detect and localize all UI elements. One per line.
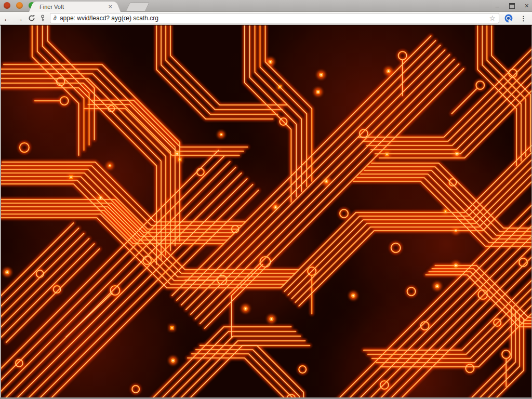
- page-security-button[interactable]: [40, 15, 45, 22]
- extension-icon: [504, 14, 513, 23]
- new-tab-button[interactable]: [126, 3, 150, 11]
- forward-button[interactable]: →: [16, 14, 23, 23]
- window-controls: – ×: [496, 0, 529, 11]
- circuit-board-image: [1, 25, 531, 397]
- key-icon: [40, 15, 45, 22]
- bookmark-star-icon[interactable]: ☆: [489, 15, 496, 22]
- page-content: [0, 25, 532, 397]
- tab-title: Finer Voft: [35, 4, 106, 10]
- tab-strip: Finer Voft × – ×: [0, 0, 532, 12]
- browser-window: Finer Voft × – × ← →: [0, 0, 532, 399]
- reload-button[interactable]: [28, 15, 35, 22]
- url-text[interactable]: appe: wvid/leacd? ayg(œ) scath.crg: [60, 15, 486, 22]
- close-traffic-light-icon[interactable]: [4, 2, 10, 9]
- address-bar[interactable]: ∂ appe: wvid/leacd? ayg(œ) scath.crg ☆: [50, 13, 499, 23]
- maximize-icon[interactable]: [509, 3, 515, 9]
- browser-toolbar: ← → ∂ appe: wvid/leacd? ayg(œ) scath.crg…: [0, 12, 532, 25]
- menu-icon[interactable]: ⋮: [520, 15, 527, 22]
- back-button[interactable]: ←: [3, 14, 11, 23]
- page-icon: ∂: [54, 15, 57, 22]
- tab-close-icon[interactable]: ×: [106, 2, 114, 11]
- extension-button[interactable]: [504, 14, 513, 23]
- reload-icon: [28, 15, 35, 22]
- close-icon[interactable]: ×: [525, 2, 529, 10]
- browser-tab[interactable]: Finer Voft ×: [35, 2, 114, 12]
- minimize-icon[interactable]: –: [496, 4, 499, 9]
- minimize-traffic-light-icon[interactable]: [16, 2, 23, 9]
